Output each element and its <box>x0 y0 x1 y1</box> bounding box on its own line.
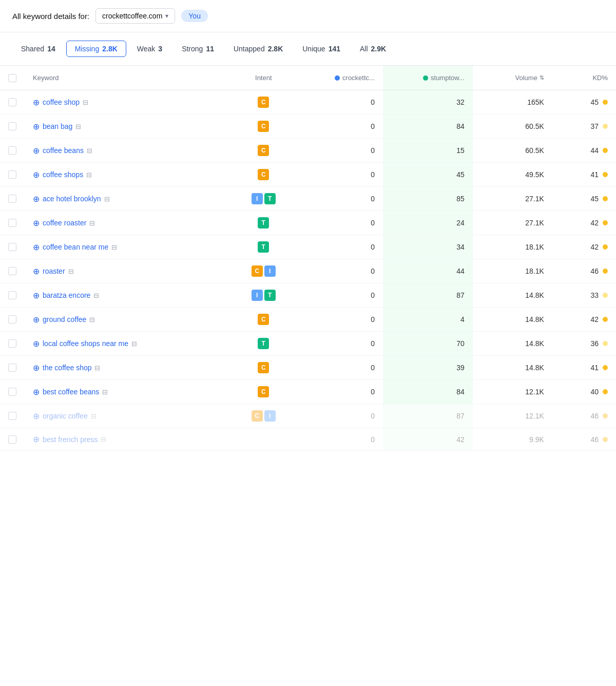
tab-all[interactable]: All 2.9K <box>351 41 395 57</box>
keyword-link[interactable]: ⊕ coffee shops ⊟ <box>33 170 223 180</box>
keyword-link[interactable]: ⊕ coffee bean near me ⊟ <box>33 242 223 252</box>
keyword-link[interactable]: ⊕ best coffee beans ⊟ <box>33 387 223 397</box>
row-checkbox[interactable] <box>8 98 16 106</box>
stumptown-cell: 84 <box>383 380 473 404</box>
row-checkbox-cell[interactable] <box>0 380 25 404</box>
row-checkbox[interactable] <box>8 435 16 444</box>
row-checkbox-cell[interactable] <box>0 115 25 139</box>
keyword-link[interactable]: ⊕ organic coffee ⊟ <box>33 411 223 421</box>
row-checkbox-cell[interactable] <box>0 163 25 187</box>
keyword-link[interactable]: ⊕ bean bag ⊟ <box>33 122 223 131</box>
row-checkbox[interactable] <box>8 170 16 179</box>
table-icon: ⊟ <box>68 268 74 275</box>
row-checkbox-cell[interactable] <box>0 428 25 451</box>
tab-count: 2.9K <box>371 45 387 53</box>
plus-circle-icon: ⊕ <box>33 363 40 373</box>
row-checkbox-cell[interactable] <box>0 332 25 356</box>
keyword-link[interactable]: ⊕ best french press ⊟ <box>33 434 223 444</box>
row-checkbox[interactable] <box>8 267 16 275</box>
keyword-cell: ⊕ coffee roaster ⊟ <box>25 211 232 235</box>
crockett-cell: 0 <box>295 90 383 115</box>
tab-shared[interactable]: Shared 14 <box>12 41 64 57</box>
crockett-cell: 0 <box>295 235 383 259</box>
row-checkbox-cell[interactable] <box>0 404 25 428</box>
keyword-text: best french press <box>43 435 98 444</box>
keyword-text: best coffee beans <box>43 388 99 396</box>
select-all-checkbox[interactable] <box>8 74 16 82</box>
volume-header[interactable]: Volume⇅ <box>473 66 552 90</box>
table-row: ⊕ coffee shops ⊟ C 0 45 49.5K 41 <box>0 163 616 187</box>
stumptown-cell: 42 <box>383 428 473 451</box>
row-checkbox[interactable] <box>8 195 16 203</box>
intent-badge-c: C <box>258 362 269 373</box>
crockett-cell: 0 <box>295 163 383 187</box>
plus-circle-icon: ⊕ <box>33 194 40 204</box>
volume-cell: 9.9K <box>473 428 552 451</box>
domain-selector[interactable]: crockettcoffee.com ▾ <box>95 8 175 24</box>
kd-indicator <box>603 244 608 250</box>
kd-indicator <box>603 124 608 129</box>
crockett-cell: 0 <box>295 332 383 356</box>
row-checkbox-cell[interactable] <box>0 283 25 308</box>
keyword-cell: ⊕ roaster ⊟ <box>25 259 232 283</box>
keyword-link[interactable]: ⊕ coffee shop ⊟ <box>33 98 223 107</box>
kd-indicator <box>603 413 608 418</box>
stumptown-cell: 44 <box>383 259 473 283</box>
row-checkbox-cell[interactable] <box>0 259 25 283</box>
keyword-link[interactable]: ⊕ ground coffee ⊟ <box>33 315 223 325</box>
keyword-link[interactable]: ⊕ roaster ⊟ <box>33 266 223 276</box>
row-checkbox-cell[interactable] <box>0 308 25 332</box>
keyword-cell: ⊕ ace hotel brooklyn ⊟ <box>25 187 232 211</box>
tab-strong[interactable]: Strong 11 <box>173 41 223 57</box>
row-checkbox[interactable] <box>8 291 16 299</box>
row-checkbox[interactable] <box>8 243 16 251</box>
row-checkbox-cell[interactable] <box>0 235 25 259</box>
intent-cell: CI <box>232 259 295 283</box>
keyword-cell: ⊕ coffee shops ⊟ <box>25 163 232 187</box>
tab-count: 141 <box>329 45 340 53</box>
table-row: ⊕ ace hotel brooklyn ⊟ IT 0 85 27.1K 45 <box>0 187 616 211</box>
kd-cell: 46 <box>552 404 616 428</box>
keyword-text: baratza encore <box>43 291 90 299</box>
table-icon: ⊟ <box>89 316 95 323</box>
crockett-col-label: crockettc... <box>342 74 375 82</box>
keyword-link[interactable]: ⊕ baratza encore ⊟ <box>33 291 223 300</box>
row-checkbox[interactable] <box>8 219 16 227</box>
row-checkbox-cell[interactable] <box>0 187 25 211</box>
intent-cell: C <box>232 356 295 380</box>
row-checkbox[interactable] <box>8 412 16 420</box>
keyword-text: the coffee shop <box>43 364 91 372</box>
keyword-cell: ⊕ the coffee shop ⊟ <box>25 356 232 380</box>
select-all-header[interactable] <box>0 66 25 90</box>
row-checkbox[interactable] <box>8 339 16 348</box>
row-checkbox[interactable] <box>8 364 16 372</box>
table-container: Keyword Intent crockettc... stumptow... … <box>0 66 616 451</box>
keyword-link[interactable]: ⊕ coffee roaster ⊟ <box>33 218 223 228</box>
keyword-link[interactable]: ⊕ coffee beans ⊟ <box>33 146 223 156</box>
row-checkbox[interactable] <box>8 122 16 130</box>
keyword-link[interactable]: ⊕ ace hotel brooklyn ⊟ <box>33 194 223 204</box>
crockett-cell: 0 <box>295 428 383 451</box>
row-checkbox[interactable] <box>8 315 16 323</box>
tab-weak[interactable]: Weak 3 <box>128 41 171 57</box>
row-checkbox-cell[interactable] <box>0 356 25 380</box>
kd-cell: 45 <box>552 187 616 211</box>
row-checkbox[interactable] <box>8 388 16 396</box>
keyword-link[interactable]: ⊕ local coffee shops near me ⊟ <box>33 339 223 349</box>
tab-untapped[interactable]: Untapped 2.8K <box>225 41 292 57</box>
stumptown-cell: 70 <box>383 332 473 356</box>
table-row: ⊕ coffee shop ⊟ C 0 32 165K 45 <box>0 90 616 115</box>
row-checkbox[interactable] <box>8 146 16 155</box>
tab-unique[interactable]: Unique 141 <box>294 41 349 57</box>
row-checkbox-cell[interactable] <box>0 139 25 163</box>
you-badge: You <box>181 10 208 22</box>
tab-missing[interactable]: Missing 2.8K <box>66 41 126 57</box>
crockett-cell: 0 <box>295 380 383 404</box>
kd-indicator <box>603 389 608 394</box>
keyword-link[interactable]: ⊕ the coffee shop ⊟ <box>33 363 223 373</box>
table-icon: ⊟ <box>111 243 117 251</box>
row-checkbox-cell[interactable] <box>0 90 25 115</box>
row-checkbox-cell[interactable] <box>0 211 25 235</box>
intent-badge-i: I <box>252 290 263 301</box>
volume-cell: 27.1K <box>473 211 552 235</box>
